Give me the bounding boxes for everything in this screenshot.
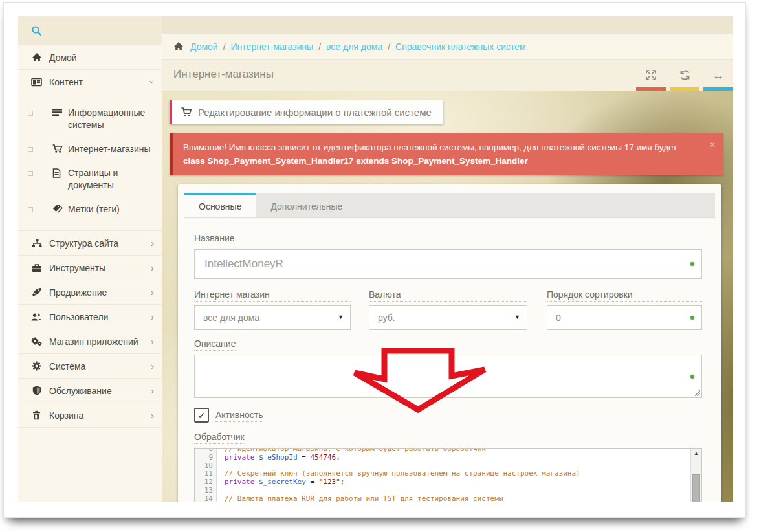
breadcrumb-link-home[interactable]: Домой	[190, 41, 218, 52]
code-editor[interactable]: 8 9 10 11 12 13 14 15 16 /	[194, 448, 702, 502]
sidebar-item-label: Страницы и документы	[68, 167, 153, 192]
description-textarea[interactable]	[194, 355, 702, 398]
sort-order-input[interactable]: 0	[547, 305, 702, 330]
chevron-right-icon: ›	[151, 263, 154, 272]
shop-select[interactable]: все для дома ▼	[194, 305, 351, 330]
valid-dot-icon	[690, 375, 694, 379]
scroll-up-icon[interactable]: ▲	[691, 450, 701, 456]
sidebar-item-home[interactable]: Домой	[18, 45, 162, 70]
sidebar-item-maintenance[interactable]: Обслуживание ›	[18, 379, 162, 403]
content-icon	[31, 77, 42, 87]
valid-dot-icon	[690, 262, 694, 266]
top-strip	[162, 16, 733, 34]
sidebar-item-label: Магазин приложений	[49, 337, 151, 347]
search-icon[interactable]	[31, 25, 42, 36]
shop-value: все для дома	[203, 313, 259, 323]
sidebar-item-promotion[interactable]: Продвижение ›	[18, 280, 162, 305]
sidebar-item-label: Структура сайта	[49, 238, 151, 249]
form-panel: Основные Дополнительные Название Intelle…	[178, 184, 721, 502]
field-handler: Обработчик 8 9 10 11 12 13 14 15 16	[194, 431, 702, 502]
breadcrumb-separator: /	[388, 41, 390, 52]
document-icon	[52, 168, 63, 178]
handler-label: Обработчик	[194, 432, 245, 444]
sidebar-item-tools[interactable]: Инструменты ›	[18, 256, 162, 280]
breadcrumb-link-stores[interactable]: Интернет-магазины	[231, 41, 314, 52]
edit-header-label: Редактирование информации о платежной си…	[198, 107, 432, 118]
tab-main[interactable]: Основные	[184, 193, 256, 217]
sidebar-item-pages-documents[interactable]: Страницы и документы	[18, 161, 162, 197]
chevron-right-icon: ›	[151, 410, 154, 420]
field-row: Интернет магазин все для дома ▼ Валюта р…	[194, 289, 702, 330]
horizontal-resize-icon: ↔	[712, 69, 725, 82]
sidebar-item-content[interactable]: Контент ›	[18, 70, 162, 94]
resize-handle[interactable]	[694, 390, 700, 396]
refresh-button[interactable]	[670, 60, 699, 91]
currency-value: руб.	[378, 313, 395, 323]
sidebar-item-label: Продвижение	[49, 287, 151, 298]
select-arrow-icon: ▼	[514, 314, 520, 320]
field-active[interactable]: ✓ Активность	[194, 408, 702, 423]
sidebar-item-label: Обслуживание	[49, 386, 151, 396]
shop-label: Интернет магазин	[194, 289, 351, 302]
sidebar-item-trash[interactable]: Корзина ›	[18, 403, 162, 428]
breadcrumb-separator: /	[223, 41, 226, 52]
tab-additional[interactable]: Дополнительные	[256, 195, 357, 217]
name-value: IntellectMoneyR	[204, 258, 283, 271]
code-text[interactable]: // идентифкатор магазина, с которым буде…	[217, 449, 690, 502]
code-line: private $_secretKey = "123";	[225, 478, 690, 487]
sidebar-item-tags[interactable]: Метки (теги)	[18, 197, 162, 221]
currency-label: Валюта	[369, 289, 527, 302]
sidebar-submenu-content: Информационные системы Интернет-магазины…	[18, 94, 162, 231]
warning-alert: Внимание! Имя класса зависит от идентифи…	[170, 133, 723, 175]
sidebar-item-label: Домой	[49, 52, 154, 63]
trash-icon	[31, 410, 42, 421]
sidebar-item-online-stores[interactable]: Интернет-магазины	[18, 137, 162, 161]
resize-width-button[interactable]: ↔	[703, 60, 733, 91]
breadcrumb-current[interactable]: Справочник платежных систем	[395, 41, 526, 52]
breadcrumb: Домой / Интернет-магазины / все для дома…	[162, 34, 733, 60]
chevron-right-icon: ›	[151, 312, 154, 322]
field-shop: Интернет магазин все для дома ▼	[194, 289, 351, 330]
page-title-bar: Интернет-магазины ↔	[162, 60, 733, 91]
content-area: Редактирование информации о платежной си…	[162, 91, 733, 502]
valid-dot-icon	[690, 316, 694, 320]
shield-icon	[31, 386, 42, 396]
scrollbar-thumb[interactable]	[692, 474, 700, 502]
line-number: 13	[195, 487, 216, 495]
admin-screen: Домой Контент › Информационные системы И…	[18, 16, 733, 502]
breadcrumb-home-icon[interactable]	[173, 41, 184, 51]
chevron-right-icon: ›	[151, 287, 154, 297]
code-gutter: 8 9 10 11 12 13 14 15 16	[195, 449, 217, 502]
sort-order-label: Порядок сортировки	[547, 289, 702, 302]
sidebar-item-label: Информационные системы	[68, 107, 153, 131]
name-input[interactable]: IntellectMoneyR	[194, 249, 702, 279]
users-icon	[31, 312, 42, 322]
sidebar-item-site-structure[interactable]: Структура сайта ›	[18, 231, 162, 256]
cogs-icon	[31, 337, 42, 347]
field-sort-order: Порядок сортировки 0	[547, 289, 702, 330]
line-number: 8	[195, 449, 216, 454]
active-checkbox[interactable]: ✓	[194, 408, 209, 423]
currency-select[interactable]: руб. ▼	[369, 305, 527, 330]
sitemap-icon	[31, 238, 42, 249]
line-number: 9	[195, 454, 216, 462]
home-icon	[31, 52, 42, 63]
field-description: Описание	[194, 338, 702, 398]
sidebar-item-label: Система	[49, 361, 151, 371]
sidebar-item-info-systems[interactable]: Информационные системы	[18, 101, 162, 137]
gear-icon	[31, 361, 42, 371]
sidebar-item-app-store[interactable]: Магазин приложений ›	[18, 329, 162, 354]
close-icon[interactable]: ×	[709, 138, 716, 151]
sidebar-item-label: Интернет-магазины	[68, 143, 151, 155]
breadcrumb-separator: /	[318, 41, 321, 52]
code-scrollbar[interactable]: ▲	[690, 449, 701, 502]
name-label: Название	[194, 233, 235, 245]
fullscreen-button[interactable]	[636, 60, 666, 91]
breadcrumb-link-shop[interactable]: все для дома	[326, 41, 382, 52]
sidebar-item-users[interactable]: Пользователи ›	[18, 305, 162, 329]
sidebar-item-system[interactable]: Система ›	[18, 354, 162, 379]
page-title: Интернет-магазины	[173, 68, 274, 81]
description-label: Описание	[194, 338, 236, 351]
code-line: private $_eShopId = 454746;	[225, 454, 690, 462]
warning-text-line1: Внимание! Имя класса зависит от идентифи…	[183, 140, 698, 154]
